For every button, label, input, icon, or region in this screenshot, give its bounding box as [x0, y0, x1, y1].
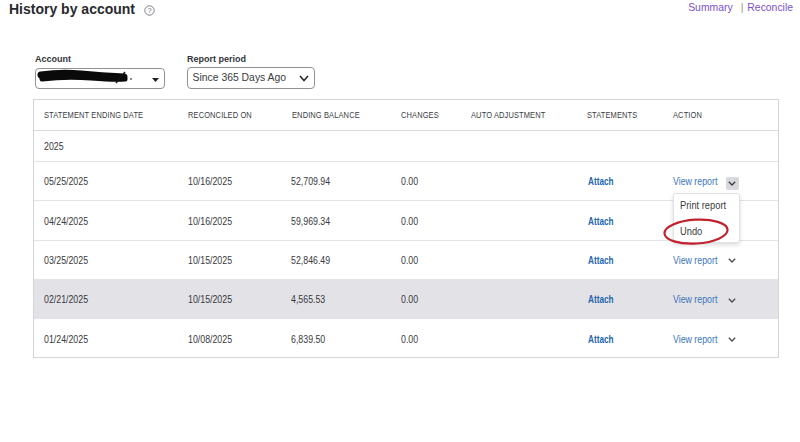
svg-text:?: ?: [147, 6, 151, 15]
